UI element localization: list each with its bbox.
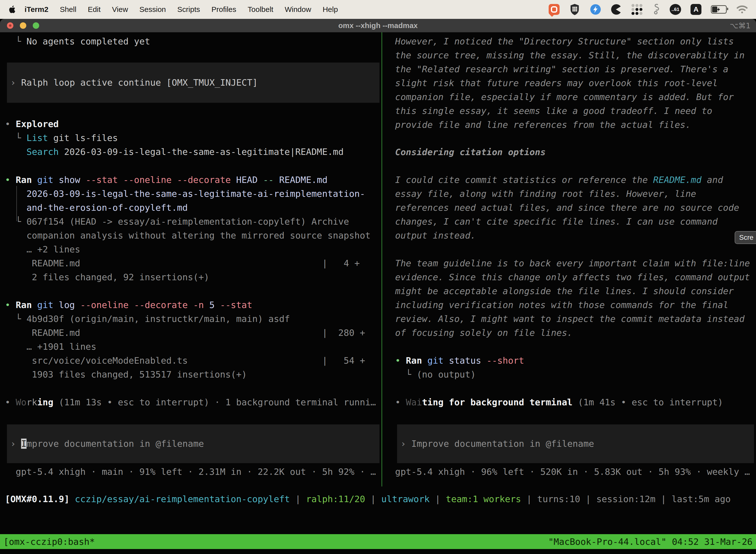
terminal-line: this single essay, it seems like a good …	[395, 104, 756, 118]
terminal-line: › Improve documentation in @filename	[10, 437, 204, 451]
terminal-line: review. Also, I might want to inspect th…	[395, 312, 756, 326]
terminal-line: • Ran git show --stat --oneline --decora…	[5, 173, 381, 187]
menu-item-toolbelt[interactable]: Toolbelt	[242, 5, 279, 14]
traffic-lights	[7, 19, 39, 32]
terminal-line: companion analysis without altering the …	[5, 229, 381, 242]
right-terminal-pane[interactable]: However, I noticed the "Directory Struct…	[382, 32, 756, 487]
terminal-line: I could cite commit statistics or refere…	[395, 173, 756, 187]
menu-item-help[interactable]: Help	[317, 5, 344, 14]
battery-icon[interactable]	[711, 5, 727, 14]
terminal-line: • Ran git status --short	[395, 354, 756, 368]
terminal-line: 2026-03-09-is-legal-the-same-as-legitima…	[5, 187, 381, 201]
terminal-line: › Ralph loop active continue [OMX_TMUX_I…	[10, 76, 258, 90]
menu-item-iterm2[interactable]: iTerm2	[19, 5, 54, 14]
git-show-block: • Ran git show --stat --oneline --decora…	[5, 173, 381, 284]
tmux-status-bar: [omx-cczip0:bash* "MacBook-Pro-44.local"…	[0, 534, 756, 549]
tmux-panes: └ No agents completed yet › Ralph loop a…	[0, 32, 756, 487]
left-terminal-pane[interactable]: └ No agents completed yet › Ralph loop a…	[0, 32, 381, 487]
menu-item-view[interactable]: View	[107, 5, 134, 14]
terminal-line: README.md | 4 +	[5, 257, 381, 270]
terminal-line: └ (no output)	[395, 368, 756, 382]
menu-item-window[interactable]: Window	[279, 5, 317, 14]
agents-note: └ No agents completed yet	[5, 35, 381, 48]
terminal-line: provide file and line references from th…	[395, 118, 756, 132]
tree-guide-line	[16, 186, 17, 221]
terminal-line: Search 2026-03-09-is-legal-the-same-as-l…	[5, 145, 381, 159]
terminal-line: └ No agents completed yet	[5, 35, 381, 48]
prompt-input-right[interactable]: › Improve documentation in @filename	[397, 425, 754, 463]
reasoning-paragraph-1: However, I noticed the "Directory Struct…	[395, 35, 756, 132]
hexagon-bolt-icon[interactable]	[590, 4, 601, 15]
menu-item-session[interactable]: Session	[134, 5, 172, 14]
terminal-line: essay file, along with finding root file…	[395, 187, 756, 201]
shield-grid-icon[interactable]	[569, 3, 580, 15]
terminal-line: slight risk that future readers may over…	[395, 76, 756, 90]
battery-percent-badge-icon[interactable]: ..61	[670, 4, 681, 15]
terminal-line: README.md | 280 +	[5, 326, 381, 340]
window-title: omx --xhigh --madmax	[338, 21, 418, 30]
menu-item-edit[interactable]: Edit	[82, 5, 107, 14]
macos-menu-bar: iTerm2ShellEditViewSessionScriptsProfile…	[0, 0, 756, 19]
terminal-line: Considering citation options	[395, 145, 756, 159]
terminal-line: and-the-erosion-of-copyleft.md	[5, 201, 381, 215]
terminal-line: … +1901 lines	[5, 340, 381, 354]
terminal-line: including verification notes with those …	[395, 298, 756, 312]
terminal-line: of focusing solely on file lines.	[395, 326, 756, 340]
git-status-block: • Ran git status --short └ (no output)	[395, 354, 756, 382]
terminal-line: gpt-5.4 xhigh · main · 91% left · 2.31M …	[5, 465, 381, 479]
reasoning-paragraph-3: The team guideline is to back every impo…	[395, 257, 756, 340]
terminal-line: • Working (11m 13s • esc to interrupt) ·…	[5, 395, 381, 409]
menu-item-profiles[interactable]: Profiles	[206, 5, 242, 14]
terminal-line: gpt-5.4 xhigh · 96% left · 520K in · 5.8…	[395, 465, 756, 479]
terminal-line: └ List git ls-files	[5, 131, 381, 145]
terminal-line: [OMX#0.11.9] cczip/essay/ai-reimplementa…	[5, 492, 756, 506]
zoom-button[interactable]	[33, 22, 39, 29]
menu-items: iTerm2ShellEditViewSessionScriptsProfile…	[19, 5, 343, 14]
omx-session-status-line: [OMX#0.11.9] cczip/essay/ai-reimplementa…	[0, 492, 756, 506]
tmux-session-name: [omx-cczip0:bash*	[3, 537, 95, 547]
hook-squiggle-icon[interactable]	[652, 3, 660, 15]
minimize-button[interactable]	[20, 22, 26, 29]
terminal-line: └ 067f154 (HEAD -> essay/ai-reimplementa…	[5, 215, 381, 229]
explored-block: • Explored └ List git ls-files Search 20…	[5, 117, 381, 159]
terminal-line: evidence. Since this change only affects…	[395, 270, 756, 284]
terminal-line: references need actual files, and since …	[395, 201, 756, 215]
working-status-line: • Working (11m 13s • esc to interrupt) ·…	[5, 395, 381, 409]
circle-crescent-icon[interactable]	[611, 4, 622, 15]
ralph-loop-box: › Ralph loop active continue [OMX_TMUX_I…	[7, 63, 379, 103]
model-status-left: gpt-5.4 xhigh · main · 91% left · 2.31M …	[5, 465, 381, 479]
prompt-input-left[interactable]: › Improve documentation in @filename	[7, 425, 379, 463]
reasoning-paragraph-2: I could cite commit statistics or refere…	[395, 173, 756, 242]
window-shortcut-badge: ⌥⌘1	[730, 21, 751, 30]
screen-edge-overlay[interactable]: Scre	[735, 231, 756, 244]
window-titlebar[interactable]: omx --xhigh --madmax ⌥⌘1	[0, 19, 756, 32]
terminal-line: • Ran git log --oneline --decorate -n 5 …	[5, 298, 381, 312]
terminal-line: The team guideline is to back every impo…	[395, 257, 756, 270]
terminal-line: 2 files changed, 92 insertions(+)	[5, 270, 381, 284]
waiting-status-line: • Waiting for background terminal (1m 41…	[395, 395, 756, 409]
terminal-line: the source tree, missing the essay. Stil…	[395, 48, 756, 62]
letter-a-icon[interactable]: A	[691, 4, 701, 15]
terminal-line: • Waiting for background terminal (1m 41…	[395, 395, 756, 409]
terminal-line: 1903 files changed, 513517 insertions(+)	[5, 368, 381, 382]
terminal-line: … +2 lines	[5, 242, 381, 257]
close-button[interactable]	[7, 22, 13, 29]
terminal-line: companion file, especially if more comme…	[395, 90, 756, 104]
git-log-block: • Ran git log --oneline --decorate -n 5 …	[5, 298, 381, 382]
terminal-line: output instead.	[395, 229, 756, 242]
reasoning-heading: Considering citation options	[395, 145, 756, 159]
terminal-line: might be acceptable alongside the file l…	[395, 284, 756, 298]
wifi-icon[interactable]	[736, 5, 748, 14]
terminal-line: src/voice/voiceModeEnabled.ts | 54 +	[5, 354, 381, 368]
iterm2-window: omx --xhigh --madmax ⌥⌘1 └ No agents com…	[0, 19, 756, 554]
terminal-line: └ 4b9d30f (origin/main, instructkr/main,…	[5, 312, 381, 326]
dots-grid-icon[interactable]	[631, 4, 642, 15]
apple-icon[interactable]	[8, 5, 16, 14]
menu-bar-status-icons: ..61 A	[549, 3, 752, 15]
terminal-line: the "Related research writing" section i…	[395, 62, 756, 76]
menu-item-shell[interactable]: Shell	[54, 5, 82, 14]
chat-bubble-icon[interactable]	[549, 4, 560, 15]
tmux-host-clock: "MacBook-Pro-44.local" 04:52 31-Mar-26	[548, 537, 753, 547]
terminal-line: › Improve documentation in @filename	[400, 437, 594, 451]
menu-item-scripts[interactable]: Scripts	[172, 5, 206, 14]
